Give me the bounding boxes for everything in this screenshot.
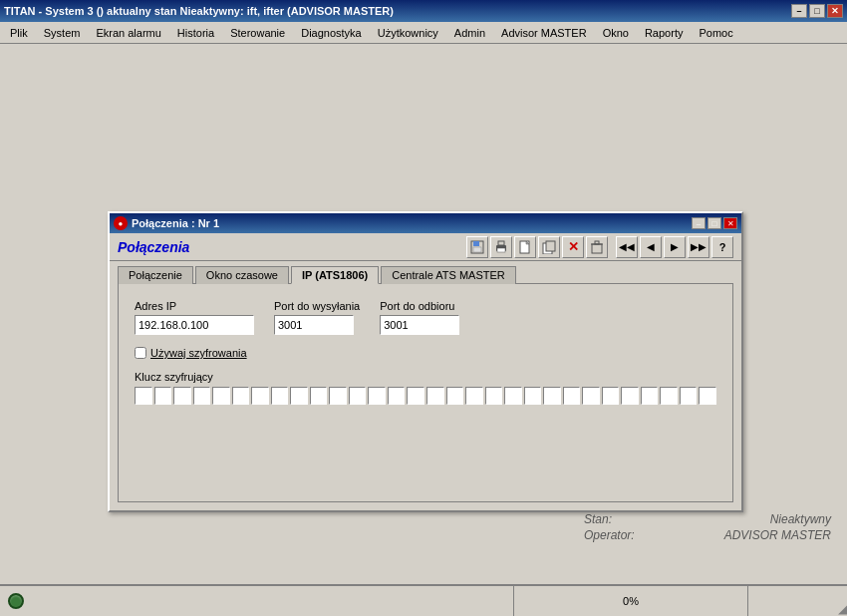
dialog-section-title: Połączenia (118, 239, 189, 255)
resize-grip[interactable] (833, 602, 847, 616)
key-box-4[interactable] (193, 387, 211, 405)
key-box-8[interactable] (271, 387, 289, 405)
menu-admin[interactable]: Admin (446, 23, 493, 43)
key-box-11[interactable] (329, 387, 347, 405)
form-group-port-recv: Port do odbioru (380, 300, 459, 335)
menu-plik[interactable]: Plik (2, 23, 36, 43)
key-box-16[interactable] (426, 387, 444, 405)
toolbar-copy-btn[interactable] (538, 236, 560, 258)
form-group-ip: Adres IP (135, 300, 254, 335)
key-box-20[interactable] (504, 387, 522, 405)
toolbar-last-btn[interactable]: ▶▶ (688, 236, 709, 258)
menu-raporty[interactable]: Raporty (637, 23, 692, 43)
key-box-22[interactable] (543, 387, 561, 405)
menu-ekran-alarmu[interactable]: Ekran alarmu (88, 23, 168, 43)
main-area: Stan: Nieaktywny Operator: ADVISOR MASTE… (0, 44, 847, 584)
dialog-title-bar: ● Połączenia : Nr 1 – □ ✕ (110, 213, 741, 233)
toolbar-next-btn[interactable]: ▶ (664, 236, 686, 258)
dialog-minimize-button[interactable]: – (692, 217, 706, 229)
key-box-19[interactable] (485, 387, 503, 405)
toolbar-buttons: ✕ ◀◀ ◀ ▶ ▶▶ ? (466, 236, 733, 258)
key-box-29[interactable] (680, 387, 698, 405)
key-section: Klucz szyfrujący (135, 371, 716, 405)
key-box-21[interactable] (524, 387, 542, 405)
tab-okno-czasowe[interactable]: Okno czasowe (195, 266, 289, 284)
key-box-17[interactable] (446, 387, 464, 405)
close-button[interactable]: ✕ (827, 4, 843, 18)
toolbar-first-btn[interactable]: ◀◀ (616, 236, 638, 258)
key-box-13[interactable] (368, 387, 386, 405)
key-box-23[interactable] (563, 387, 581, 405)
port-recv-input[interactable] (380, 315, 459, 335)
key-box-15[interactable] (407, 387, 424, 405)
progress-text: 0% (623, 595, 639, 607)
status-left (0, 586, 514, 616)
key-box-3[interactable] (173, 387, 191, 405)
toolbar-print-btn[interactable] (490, 236, 512, 258)
stan-value: Nieaktywny (770, 512, 831, 526)
key-box-1[interactable] (135, 387, 152, 405)
key-label: Klucz szyfrujący (135, 371, 716, 383)
svg-rect-1 (473, 241, 479, 246)
dialog-content: Adres IP Port do wysyłania Port do odbio… (118, 283, 733, 502)
key-box-26[interactable] (621, 387, 639, 405)
key-box-9[interactable] (290, 387, 308, 405)
svg-rect-12 (595, 241, 599, 244)
dialog-tabs: Połączenie Okno czasowe IP (ATS1806) Cen… (110, 261, 741, 283)
menu-pomoc[interactable]: Pomoc (691, 23, 740, 43)
key-box-5[interactable] (212, 387, 230, 405)
key-box-14[interactable] (388, 387, 406, 405)
status-bar: 0% (0, 584, 847, 616)
toolbar-save-btn[interactable] (466, 236, 488, 258)
menu-sterowanie[interactable]: Sterowanie (222, 23, 293, 43)
status-led (8, 593, 24, 609)
encryption-label[interactable]: Używaj szyfrowania (150, 347, 247, 359)
toolbar-cancel-btn[interactable]: ✕ (562, 236, 584, 258)
status-progress: 0% (514, 595, 747, 607)
dialog-title-text: Połączenia : Nr 1 (132, 217, 219, 229)
menu-system[interactable]: System (36, 23, 89, 43)
svg-rect-5 (497, 248, 505, 252)
operator-value: ADVISOR MASTER (724, 528, 831, 542)
ip-input[interactable] (135, 315, 254, 335)
menu-okno[interactable]: Okno (595, 23, 637, 43)
key-box-25[interactable] (602, 387, 620, 405)
key-box-18[interactable] (465, 387, 483, 405)
title-bar: TITAN - System 3 () aktualny stan Nieakt… (0, 0, 847, 22)
key-box-28[interactable] (660, 387, 678, 405)
tab-ip-ats1806[interactable]: IP (ATS1806) (291, 266, 379, 284)
tab-polaczenie[interactable]: Połączenie (118, 266, 193, 284)
dialog-close-button[interactable]: ✕ (723, 217, 737, 229)
key-box-24[interactable] (582, 387, 600, 405)
menu-uzytkownicy[interactable]: Użytkownicy (370, 23, 446, 43)
menu-diagnostyka[interactable]: Diagnostyka (293, 23, 370, 43)
toolbar-delete-btn[interactable] (586, 236, 608, 258)
menu-historia[interactable]: Historia (169, 23, 222, 43)
minimize-button[interactable]: – (791, 4, 807, 18)
port-send-input[interactable] (274, 315, 354, 335)
key-box-10[interactable] (310, 387, 328, 405)
form-group-port-send: Port do wysyłania (274, 300, 360, 335)
key-box-30[interactable] (699, 387, 716, 405)
dialog-polaczenia: ● Połączenia : Nr 1 – □ ✕ Połączenia (108, 211, 743, 512)
encryption-checkbox[interactable] (135, 347, 146, 359)
dialog-footer (110, 502, 741, 510)
key-box-6[interactable] (232, 387, 250, 405)
key-box-2[interactable] (154, 387, 172, 405)
toolbar-new-btn[interactable] (514, 236, 536, 258)
key-box-7[interactable] (251, 387, 269, 405)
dialog-toolbar: Połączenia ✕ ◀◀ (110, 233, 741, 261)
dialog-maximize-button[interactable]: □ (707, 217, 721, 229)
svg-rect-10 (592, 244, 602, 253)
tab-centrale-ats-master[interactable]: Centrale ATS MASTER (381, 266, 516, 284)
menu-advisor-master[interactable]: Advisor MASTER (493, 23, 595, 43)
toolbar-prev-btn[interactable]: ◀ (640, 236, 662, 258)
key-box-12[interactable] (349, 387, 367, 405)
svg-rect-9 (546, 241, 555, 251)
svg-rect-4 (498, 241, 504, 245)
operator-label: Operator: (584, 528, 635, 542)
menu-bar: Plik System Ekran alarmu Historia Sterow… (0, 22, 847, 44)
maximize-button[interactable]: □ (809, 4, 825, 18)
toolbar-help-btn[interactable]: ? (711, 236, 733, 258)
key-box-27[interactable] (641, 387, 659, 405)
